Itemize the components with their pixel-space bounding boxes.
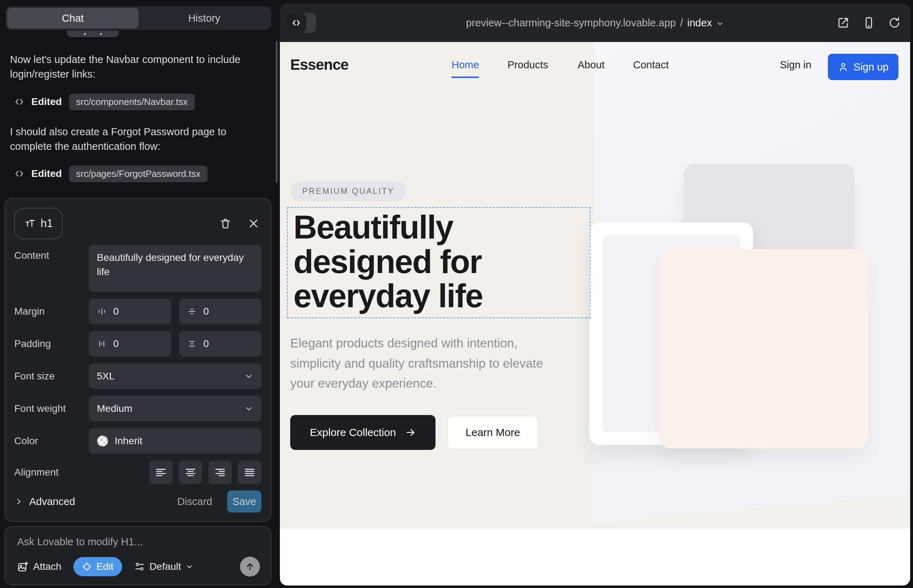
sliders-icon [134, 561, 145, 572]
advanced-expander[interactable]: Advanced [14, 496, 75, 507]
padding-horizontal-icon [97, 339, 107, 349]
margin-x-value: 0 [113, 306, 119, 317]
edited-label: Edited [31, 96, 62, 108]
chat-message: Now let's update the Navbar component to… [10, 52, 254, 81]
tab-history[interactable]: History [139, 8, 270, 29]
attach-button[interactable]: Attach [17, 561, 61, 572]
hero-section: Essence Home Products About Contact Sign… [280, 42, 910, 528]
code-icon [14, 169, 24, 179]
nav-link-about[interactable]: About [578, 59, 605, 71]
edited-file-row[interactable]: Edited src/pages/ForgotPassword.tsx [14, 165, 207, 183]
target-icon [82, 562, 92, 572]
path-separator: / [680, 17, 683, 29]
color-label: Color [14, 435, 89, 447]
align-justify-icon [244, 466, 256, 478]
margin-y-input[interactable]: 0 [179, 299, 261, 324]
smartphone-icon [863, 16, 875, 29]
padding-y-input[interactable]: 0 [179, 331, 261, 357]
advanced-label: Advanced [29, 496, 75, 507]
color-value: Inherit [115, 435, 142, 447]
font-weight-select[interactable]: Medium [89, 396, 261, 422]
save-button[interactable]: Save [227, 491, 261, 512]
decorative-card-cream [660, 249, 868, 449]
padding-vertical-icon [187, 339, 197, 349]
attach-label: Attach [33, 561, 61, 572]
margin-y-value: 0 [203, 306, 209, 317]
learn-more-button[interactable]: Learn More [447, 416, 539, 449]
scrolled-button-clipped[interactable] [67, 31, 119, 37]
align-justify-button[interactable] [238, 460, 261, 484]
mode-label: Default [149, 561, 181, 572]
open-in-new-tab-button[interactable] [837, 16, 850, 29]
code-icon [14, 97, 24, 107]
chevron-down-icon [244, 372, 254, 381]
type-icon [24, 218, 36, 229]
edit-mode-button[interactable]: Edit [73, 557, 122, 576]
chat-message: I should also create a Forgot Password p… [10, 124, 254, 154]
refresh-button[interactable] [888, 16, 901, 29]
attach-image-icon [17, 561, 29, 572]
nav-link-home[interactable]: Home [452, 59, 479, 78]
selected-element-pill[interactable]: h1 [14, 208, 63, 239]
file-badge[interactable]: src/components/Navbar.tsx [69, 94, 195, 110]
discard-button[interactable]: Discard [177, 496, 212, 507]
preview-toolbar: preview--charming-site-symphony.lovable.… [280, 3, 910, 42]
align-right-icon [214, 466, 226, 478]
explore-collection-button[interactable]: Explore Collection [290, 415, 435, 450]
send-button[interactable] [240, 557, 260, 577]
hero-heading[interactable]: Beautifully designed for everyday life [293, 210, 583, 313]
chevron-right-icon [14, 497, 24, 506]
close-inspector-button[interactable] [248, 218, 259, 229]
chevron-down-icon [716, 19, 724, 27]
file-badge[interactable]: src/pages/ForgotPassword.tsx [69, 165, 208, 182]
close-icon [248, 218, 259, 229]
color-swatch [97, 435, 108, 447]
composer-placeholder[interactable]: Ask Lovable to modify H1... [17, 536, 260, 548]
chat-panel: Chat History Now let's update the Navbar… [0, 0, 278, 588]
chevron-down-icon [186, 563, 193, 570]
padding-x-input[interactable]: 0 [89, 331, 171, 357]
nav-link-contact[interactable]: Contact [633, 59, 669, 71]
align-left-icon [155, 466, 167, 478]
align-left-button[interactable] [149, 460, 173, 484]
hero-paragraph: Elegant products designed with intention… [290, 333, 555, 394]
site-logo[interactable]: Essence [290, 56, 348, 73]
panel-scrollbar[interactable] [275, 41, 278, 183]
font-size-select[interactable]: 5XL [89, 363, 261, 389]
padding-y-value: 0 [203, 338, 209, 349]
panel-tabs: Chat History [6, 6, 271, 30]
preview-frame: preview--charming-site-symphony.lovable.… [280, 3, 910, 585]
sign-up-label: Sign up [853, 61, 889, 73]
mode-selector[interactable]: Default [134, 561, 194, 572]
premium-quality-badge: PREMIUM QUALITY [290, 181, 406, 202]
content-input[interactable]: Beautifully designed for everyday life [89, 245, 261, 292]
align-center-icon [185, 466, 197, 478]
element-inspector: h1 Content Beautifully desig [4, 198, 271, 522]
address-bar[interactable]: preview--charming-site-symphony.lovable.… [280, 3, 910, 42]
arrow-right-icon [405, 427, 416, 438]
edited-label: Edited [31, 168, 62, 179]
nav-link-products[interactable]: Products [507, 59, 548, 71]
mobile-view-button[interactable] [863, 16, 875, 29]
padding-label: Padding [14, 338, 89, 349]
color-select[interactable]: Inherit [89, 428, 261, 454]
site-navbar: Essence Home Products About Contact Sign… [280, 42, 910, 89]
edited-file-row[interactable]: Edited src/components/Navbar.tsx [14, 92, 195, 111]
trash-icon [219, 218, 231, 229]
selected-element-outline[interactable]: Beautifully designed for everyday life [287, 207, 590, 318]
font-size-label: Font size [14, 370, 89, 382]
content-label: Content [14, 250, 89, 261]
padding-x-value: 0 [113, 338, 119, 349]
chevron-down-icon [244, 404, 254, 413]
align-center-button[interactable] [179, 460, 202, 484]
align-right-button[interactable] [208, 460, 232, 484]
tab-chat[interactable]: Chat [7, 8, 139, 29]
font-weight-label: Font weight [14, 403, 89, 414]
element-tag: h1 [40, 217, 53, 230]
margin-x-input[interactable]: 0 [89, 299, 171, 324]
delete-element-button[interactable] [219, 218, 231, 229]
user-icon [838, 61, 848, 72]
sign-up-button[interactable]: Sign up [828, 54, 898, 80]
chat-composer[interactable]: Ask Lovable to modify H1... Attach Edit … [4, 526, 271, 585]
sign-in-link[interactable]: Sign in [780, 59, 811, 71]
